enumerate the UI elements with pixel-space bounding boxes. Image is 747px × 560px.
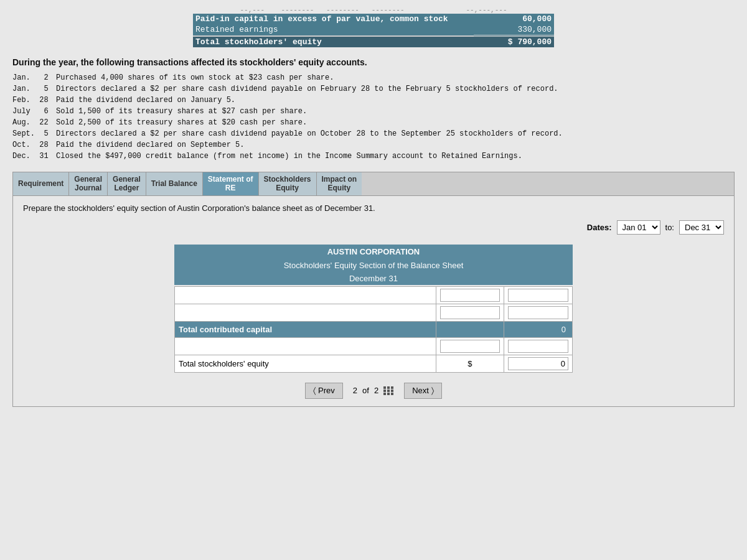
grid-icon bbox=[383, 386, 394, 395]
paid-in-label: Paid-in capital in excess of par value, … bbox=[193, 14, 474, 24]
transaction-month-8: Dec. 31 bbox=[12, 151, 56, 162]
balance-row-paid-in: Paid-in capital in excess of par value, … bbox=[193, 14, 554, 24]
dates-from-select[interactable]: Jan 01 bbox=[617, 220, 660, 235]
prev-button[interactable]: 〈 Prev bbox=[305, 383, 343, 399]
tab-general-journal-label: General Journal bbox=[74, 175, 102, 193]
total-contributed-row: Total contributed capital bbox=[175, 321, 573, 337]
transaction-text-8: Closed the $497,000 credit balance (from… bbox=[56, 151, 735, 162]
equity-label-input-3[interactable] bbox=[179, 340, 432, 352]
prev-chevron-icon: 〈 bbox=[313, 386, 316, 396]
equity-amount-input-3[interactable] bbox=[440, 340, 500, 353]
equity-input-row-1 bbox=[175, 286, 573, 304]
dates-row: Dates: Jan 01 to: Dec 31 bbox=[23, 220, 724, 235]
tab-impact-on-equity-label: Impact on Equity bbox=[322, 175, 357, 193]
total-label: Total stockholders' equity bbox=[193, 36, 474, 48]
during-year-text: During the year, the following transacti… bbox=[12, 57, 735, 67]
tab-requirement-label: Requirement bbox=[18, 179, 63, 188]
dates-label: Dates: bbox=[587, 223, 612, 232]
total-stockholders-label: Total stockholders' equity bbox=[175, 355, 436, 372]
main-content-area: Prepare the stockholders' equity section… bbox=[12, 196, 735, 407]
balance-row-total: Total stockholders' equity $ 790,000 bbox=[193, 36, 554, 48]
transaction-text-7: Paid the dividend declared on September … bbox=[56, 139, 735, 151]
list-item: Jan. 5 Directors declared a $2 per share… bbox=[12, 83, 735, 95]
list-item: Feb. 28 Paid the dividend declared on Ja… bbox=[12, 95, 735, 106]
retained-amount: 330,000 bbox=[474, 24, 554, 36]
total-contributed-value[interactable] bbox=[504, 321, 573, 337]
tab-stockholders-equity-label: Stockholders Equity bbox=[264, 175, 311, 193]
total-stockholders-input[interactable] bbox=[508, 357, 568, 370]
total-stockholders-row: Total stockholders' equity $ bbox=[175, 355, 573, 372]
austin-corp-section: AUSTIN CORPORATION Stockholders' Equity … bbox=[174, 245, 573, 373]
equity-label-3 bbox=[175, 337, 436, 355]
balance-table: Paid-in capital in excess of par value, … bbox=[193, 14, 554, 47]
page-of: of bbox=[362, 386, 369, 395]
equity-total-input-3[interactable] bbox=[508, 340, 568, 353]
dates-to-select[interactable]: Dec 31 bbox=[679, 220, 724, 235]
next-button[interactable]: Next 〉 bbox=[404, 383, 442, 399]
total-stockholders-value[interactable] bbox=[504, 355, 573, 372]
transaction-month-7: Oct. 28 bbox=[12, 139, 56, 151]
equity-total-3[interactable] bbox=[504, 337, 573, 355]
transaction-month-2: Jan. 5 bbox=[12, 83, 56, 95]
decorative-lines: --,--- -------- -------- -------- --,---… bbox=[12, 6, 735, 14]
transaction-month-1: Jan. 2 bbox=[12, 72, 56, 83]
transaction-month-5: Aug. 22 bbox=[12, 117, 56, 128]
total-contributed-spacer bbox=[436, 321, 504, 337]
list-item: July 6 Sold 1,500 of its treasury shares… bbox=[12, 106, 735, 117]
tab-general-ledger[interactable]: General Ledger bbox=[108, 172, 146, 195]
tab-statement-re[interactable]: Statement of RE bbox=[203, 172, 259, 195]
transaction-month-6: Sept. 5 bbox=[12, 128, 56, 139]
to-label: to: bbox=[665, 223, 674, 232]
list-item: Jan. 2 Purchased 4,000 shares of its own… bbox=[12, 72, 735, 83]
equity-total-1[interactable] bbox=[504, 286, 573, 304]
tab-stockholders-equity[interactable]: Stockholders Equity bbox=[259, 172, 317, 195]
equity-label-input-1[interactable] bbox=[179, 289, 432, 301]
tab-trial-balance[interactable]: Trial Balance bbox=[146, 172, 203, 195]
equity-amount-input-1[interactable] bbox=[440, 289, 500, 302]
austin-corp-subtitle: Stockholders' Equity Section of the Bala… bbox=[174, 259, 573, 272]
transaction-text-2: Directors declared a $2 per share cash d… bbox=[56, 83, 735, 95]
balance-row-retained: Retained earnings 330,000 bbox=[193, 24, 554, 36]
main-page: --,--- -------- -------- -------- --,---… bbox=[0, 0, 747, 560]
equity-total-2[interactable] bbox=[504, 304, 573, 321]
equity-label-1 bbox=[175, 286, 436, 304]
equity-amount-input-2[interactable] bbox=[440, 306, 500, 319]
list-item: Dec. 31 Closed the $497,000 credit balan… bbox=[12, 151, 735, 162]
equity-label-input-2[interactable] bbox=[179, 307, 432, 319]
total-contributed-input[interactable] bbox=[508, 324, 568, 335]
transaction-text-1: Purchased 4,000 shares of its own stock … bbox=[56, 72, 735, 83]
transaction-text-4: Sold 1,500 of its treasury shares at $27… bbox=[56, 106, 735, 117]
equity-input-row-2 bbox=[175, 304, 573, 321]
equity-input-row-3 bbox=[175, 337, 573, 355]
equity-table: Total contributed capital bbox=[174, 286, 573, 373]
tab-requirement[interactable]: Requirement bbox=[13, 172, 69, 195]
list-item: Sept. 5 Directors declared a $2 per shar… bbox=[12, 128, 735, 139]
equity-amount-2[interactable] bbox=[436, 304, 504, 321]
equity-amount-1[interactable] bbox=[436, 286, 504, 304]
austin-corp-date: December 31 bbox=[174, 272, 573, 285]
tab-general-ledger-label: General Ledger bbox=[113, 175, 141, 193]
total-contributed-label: Total contributed capital bbox=[175, 321, 436, 337]
next-label: Next bbox=[412, 386, 429, 395]
transactions-list: Jan. 2 Purchased 4,000 shares of its own… bbox=[12, 72, 735, 162]
page-info: 2 of 2 bbox=[353, 386, 394, 395]
tab-navigation: Requirement General Journal General Ledg… bbox=[12, 172, 735, 196]
total-stockholders-dollar: $ bbox=[436, 355, 504, 372]
tab-general-journal[interactable]: General Journal bbox=[69, 172, 108, 195]
page-total: 2 bbox=[374, 386, 378, 395]
transaction-text-5: Sold 2,500 of its treasury shares at $20… bbox=[56, 117, 735, 128]
equity-amount-3[interactable] bbox=[436, 337, 504, 355]
tab-statement-re-label: Statement of RE bbox=[208, 175, 253, 193]
bottom-navigation: 〈 Prev 2 of 2 Next 〉 bbox=[23, 383, 724, 399]
list-item: Oct. 28 Paid the dividend declared on Se… bbox=[12, 139, 735, 151]
retained-label: Retained earnings bbox=[193, 24, 474, 36]
page-current: 2 bbox=[353, 386, 357, 395]
equity-total-input-1[interactable] bbox=[508, 289, 568, 302]
paid-in-amount: 60,000 bbox=[474, 14, 554, 24]
equity-total-input-2[interactable] bbox=[508, 306, 568, 319]
equity-label-2 bbox=[175, 304, 436, 321]
transaction-month-4: July 6 bbox=[12, 106, 56, 117]
transaction-text-3: Paid the dividend declared on January 5. bbox=[56, 95, 735, 106]
tab-impact-on-equity[interactable]: Impact on Equity bbox=[317, 172, 362, 195]
prepare-text: Prepare the stockholders' equity section… bbox=[23, 203, 724, 213]
